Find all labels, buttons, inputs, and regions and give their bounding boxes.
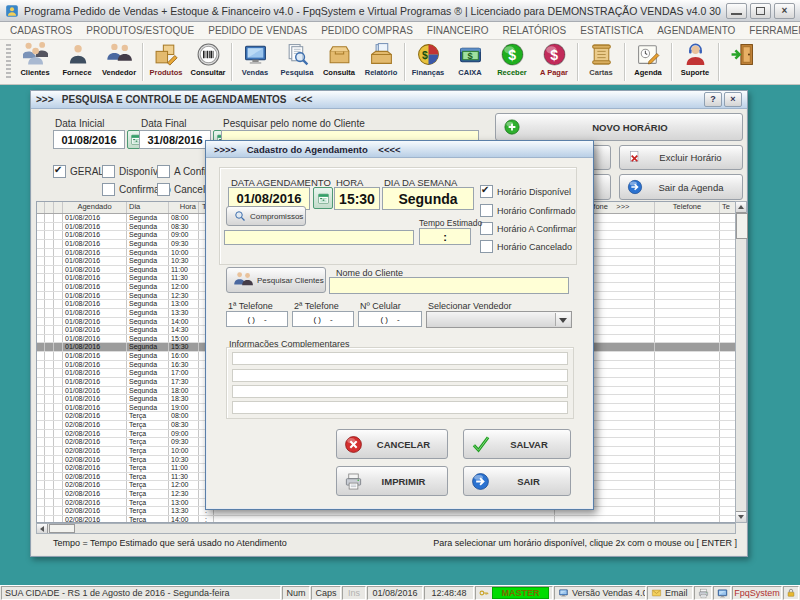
hscroll-thumb[interactable]: [49, 524, 75, 533]
toolbar-separator: [577, 43, 578, 81]
tempo-estimado-label: Tempo Estimado: [419, 218, 482, 228]
cadastro-dialog: >>>> Cadastro do Agendamento <<<< DATA A…: [205, 140, 594, 510]
compromisso-input[interactable]: [224, 230, 414, 245]
toolbar-item-finanças[interactable]: Finanças: [407, 40, 449, 84]
minimize-button[interactable]: [726, 3, 747, 19]
nome-cliente-input[interactable]: [329, 277, 569, 294]
table-row[interactable]: 02/08/2016Terça14:00:: [37, 516, 735, 523]
menu-item[interactable]: FINANCEIRO: [427, 25, 489, 36]
menu-bar: CADASTROSPRODUTOS/ESTOQUEPEDIDO DE VENDA…: [0, 22, 800, 40]
dia-da-semana-input[interactable]: Segunda: [382, 187, 474, 210]
toolbar-item-relatório[interactable]: Relatório: [360, 40, 402, 84]
magnifier-icon: [234, 210, 246, 222]
status-date: 01/08/2016: [367, 586, 423, 600]
vertical-scrollbar[interactable]: [735, 201, 747, 523]
checkbox-horario-confirmado[interactable]: Horário Confirmado: [480, 204, 576, 217]
toolbar-item-fornece[interactable]: Fornece: [56, 40, 98, 84]
salvar-button[interactable]: SALVAR: [463, 429, 571, 459]
ppl3-icon: [23, 42, 48, 67]
vendedor-dropdown[interactable]: [426, 311, 572, 328]
monitor-icon: [717, 588, 728, 599]
window-help-button[interactable]: ?: [704, 92, 722, 107]
docsearch-icon: [285, 42, 310, 67]
menu-item[interactable]: PEDIDO COMPRAS: [321, 25, 413, 36]
checkbox-horario-disponivel[interactable]: Horário Disponível: [480, 185, 571, 198]
celular-input[interactable]: ( ) -: [358, 311, 422, 327]
pesquisar-clientes-button[interactable]: Pesquisar Clientes: [226, 267, 326, 293]
scroll-up-arrow[interactable]: [736, 202, 746, 213]
info-input-4[interactable]: [232, 401, 568, 414]
toolbar-item-produtos[interactable]: Produtos: [145, 40, 187, 84]
cancel-icon: [344, 435, 363, 454]
status-printer[interactable]: [694, 586, 712, 600]
col-hora[interactable]: Hora: [169, 202, 199, 213]
excluir-horario-button[interactable]: Excluir Horário: [619, 145, 743, 170]
toolbar-item-vendas[interactable]: Vendas: [234, 40, 276, 84]
imprimir-button[interactable]: IMPRIMIR: [336, 466, 448, 496]
toolbar-item-vendedor[interactable]: Vendedor: [98, 40, 140, 84]
toolbar-item-consultar[interactable]: Consultar: [187, 40, 229, 84]
toolbar-item-pesquisa[interactable]: Pesquisa: [276, 40, 318, 84]
toolbar-item-agenda[interactable]: Agenda: [627, 40, 669, 84]
exit-arrow-icon: [471, 472, 490, 491]
toolbar-item-cartas[interactable]: Cartas: [580, 40, 622, 84]
checkbox-geral[interactable]: GERAL: [53, 165, 104, 178]
horizontal-scrollbar[interactable]: [36, 523, 736, 534]
window-close-button[interactable]: ×: [724, 92, 742, 107]
checkbox-horario-cancelado[interactable]: Horário Cancelado: [480, 240, 572, 253]
data-inicial-label: Data Inicial: [55, 118, 104, 129]
app-icon: [5, 4, 19, 18]
printer-icon: [344, 472, 363, 491]
menu-item[interactable]: PRODUTOS/ESTOQUE: [86, 25, 194, 36]
toolbar-item-a-pagar[interactable]: A Pagar: [533, 40, 575, 84]
col-te-2[interactable]: Te: [720, 202, 735, 213]
hora-input[interactable]: 15:30: [334, 187, 380, 210]
toolbar-item-suporte[interactable]: Suporte: [674, 40, 716, 84]
tempo-estimado-input[interactable]: :: [419, 228, 471, 245]
toolbar-item-exit[interactable]: [721, 40, 763, 84]
menu-item[interactable]: RELATÓRIOS: [503, 25, 567, 36]
toolbar-item-consulta[interactable]: Consulta: [318, 40, 360, 84]
status-brand: FpqSystem: [732, 586, 782, 600]
scroll-thumb[interactable]: [736, 213, 748, 239]
sair-agenda-button[interactable]: Sair da Agenda: [619, 174, 743, 200]
toolbar: ClientesForneceVendedorProdutosConsultar…: [0, 40, 800, 85]
menu-item[interactable]: ESTATISTICA: [580, 25, 643, 36]
menu-item[interactable]: AGENDAMENTO: [657, 25, 735, 36]
menu-item[interactable]: FERRAMENTAS: [749, 25, 800, 36]
info-input-3[interactable]: [232, 385, 568, 398]
barcode-icon: [196, 42, 221, 67]
novo-horario-button[interactable]: NOVO HORÁRIO: [495, 113, 743, 141]
computer-icon: [558, 588, 569, 598]
checkbox-horario-a-confirmar[interactable]: Horário A Confirmar: [480, 222, 576, 235]
restore-button[interactable]: [750, 3, 771, 19]
col-telefone-2[interactable]: Telefone: [655, 202, 720, 213]
chevron-down-icon[interactable]: [555, 313, 570, 326]
scroll-down-arrow[interactable]: [736, 511, 746, 522]
dialog-calendar-button[interactable]: [313, 187, 333, 209]
cancelar-button[interactable]: CANCELAR: [336, 429, 448, 459]
toolbar-separator: [671, 43, 672, 81]
sphere-icon: [542, 42, 567, 67]
status-email[interactable]: Email: [647, 586, 693, 600]
status-master: MASTER: [492, 587, 549, 599]
tel1-input[interactable]: ( ) -: [226, 311, 288, 327]
toolbar-item-caixa[interactable]: CAIXA: [449, 40, 491, 84]
toolbar-item-receber[interactable]: Receber: [491, 40, 533, 84]
data-final-input[interactable]: 31/08/2016: [139, 130, 211, 149]
col-dia[interactable]: Dia: [127, 202, 169, 213]
col-agendado[interactable]: Agendado: [63, 202, 127, 213]
compromissos-button[interactable]: Compromissos: [226, 206, 306, 226]
scroll-left-arrow[interactable]: [37, 524, 48, 533]
menu-item[interactable]: CADASTROS: [10, 25, 72, 36]
tel2-input[interactable]: ( ) -: [292, 311, 354, 327]
menu-item[interactable]: PEDIDO DE VENDAS: [208, 25, 307, 36]
toolbar-item-clientes[interactable]: Clientes: [14, 40, 56, 84]
delete-icon: [627, 150, 642, 165]
sair-button[interactable]: SAIR: [463, 466, 571, 496]
status-mon[interactable]: [713, 586, 731, 600]
close-button[interactable]: ×: [774, 3, 795, 19]
info-input-1[interactable]: [232, 352, 568, 365]
info-input-2[interactable]: [232, 369, 568, 382]
data-inicial-input[interactable]: 01/08/2016: [53, 130, 125, 149]
